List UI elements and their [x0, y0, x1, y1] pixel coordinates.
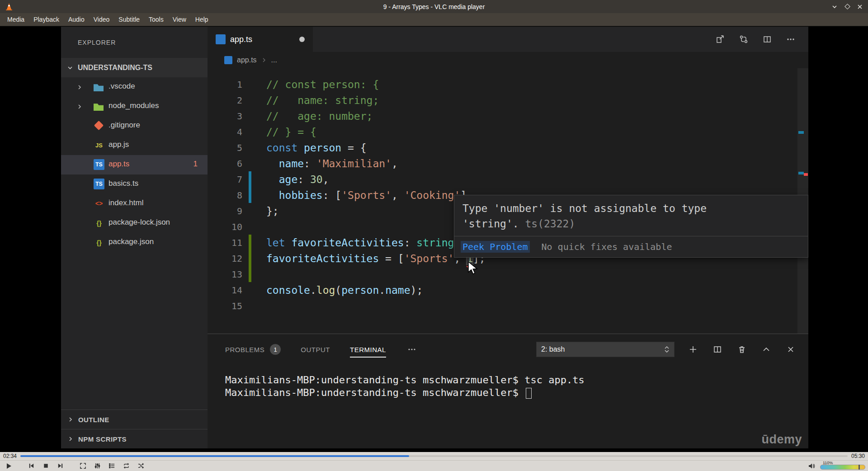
next-button[interactable]	[54, 462, 66, 471]
npm-scripts-section[interactable]: NPM SCRIPTS	[61, 429, 208, 448]
code-line[interactable]: 1// const person: {	[208, 76, 808, 92]
menu-playback[interactable]: Playback	[29, 14, 64, 24]
file-label: app.ts	[108, 160, 129, 169]
play-button[interactable]	[3, 462, 14, 471]
minimize-button[interactable]	[831, 3, 838, 10]
error-count-badge: 1	[193, 160, 198, 169]
line-number: 9	[208, 206, 242, 217]
stop-button[interactable]	[40, 462, 52, 471]
code-line[interactable]: 7 age: 30,	[208, 171, 808, 187]
video-area[interactable]: EXPLORER UNDERSTANDING-TS .vscodenode_mo…	[0, 26, 868, 452]
sidebar-bottom-sections: OUTLINE NPM SCRIPTS	[61, 410, 208, 448]
error-hover-tooltip: Type 'number' is not assignable to type …	[454, 195, 808, 258]
typescript-file-icon	[216, 34, 226, 44]
file-index.html[interactable]: index.html	[61, 194, 208, 213]
file-basics.ts[interactable]: basics.ts	[61, 174, 208, 194]
ts-icon	[94, 179, 104, 189]
more-actions-icon[interactable]	[785, 35, 797, 44]
title-bar[interactable]: 9 - Arrays Types - VLC media player	[0, 0, 868, 13]
quick-fix-status: No quick fixes available	[542, 241, 672, 252]
tab-label: app.ts	[230, 35, 252, 44]
peek-problem-link[interactable]: Peek Problem	[461, 241, 530, 253]
git-compare-icon[interactable]	[738, 35, 750, 44]
split-editor-icon[interactable]	[761, 35, 773, 44]
file-node_modules[interactable]: node_modules	[61, 97, 208, 116]
outline-section[interactable]: OUTLINE	[61, 410, 208, 429]
breadcrumb[interactable]: app.ts ...	[208, 52, 808, 68]
terminal-shell-select[interactable]: 2: bash	[536, 342, 675, 357]
close-button[interactable]	[856, 3, 863, 10]
project-root-folder[interactable]: UNDERSTANDING-TS	[61, 58, 208, 77]
menu-view[interactable]: View	[168, 14, 191, 24]
code-line[interactable]: 4// } = {	[208, 124, 808, 140]
file-app.js[interactable]: app.js	[61, 136, 208, 155]
file-app.ts[interactable]: app.ts1	[61, 155, 208, 174]
chevron-down-icon	[67, 65, 73, 71]
file-label: node_modules	[108, 101, 159, 110]
panel-more-icon[interactable]	[406, 345, 418, 354]
terminal-output[interactable]: Maximilians-MBP:understanding-ts mschwar…	[208, 365, 808, 399]
gutter	[249, 298, 251, 314]
tab-app-ts[interactable]: app.ts	[208, 27, 313, 52]
player-controls: 110%	[0, 460, 868, 471]
open-changes-icon[interactable]	[714, 35, 726, 44]
code-text: // } = {	[251, 126, 316, 138]
menu-bar: MediaPlaybackAudioVideoSubtitleToolsView…	[0, 13, 868, 26]
kill-terminal-icon[interactable]	[736, 345, 748, 354]
file-.gitignore[interactable]: .gitignore	[61, 116, 208, 136]
new-terminal-icon[interactable]	[687, 345, 699, 354]
menu-help[interactable]: Help	[191, 14, 213, 24]
panel-tabs-group: PROBLEMS1OUTPUTTERMINAL	[225, 344, 386, 355]
extended-settings-button[interactable]	[91, 462, 103, 471]
line-number: 15	[208, 301, 242, 311]
line-number: 1	[208, 79, 242, 90]
menu-tools[interactable]: Tools	[144, 14, 168, 24]
playlist-button[interactable]	[106, 462, 118, 471]
menu-video[interactable]: Video	[89, 14, 114, 24]
maximize-button[interactable]	[844, 3, 851, 10]
loop-button[interactable]	[120, 462, 132, 471]
shell-select-value: 2: bash	[541, 345, 565, 353]
close-panel-icon[interactable]	[785, 345, 797, 354]
modified-indicator-icon[interactable]	[299, 37, 305, 42]
breadcrumb-file[interactable]: app.ts	[237, 56, 257, 64]
maximize-panel-icon[interactable]	[760, 345, 772, 354]
menu-audio[interactable]: Audio	[64, 14, 89, 24]
ts-icon	[94, 159, 104, 170]
code-text: let favoriteActivities: string	[251, 237, 454, 249]
code-line[interactable]: 5const person = {	[208, 140, 808, 155]
previous-button[interactable]	[25, 462, 37, 471]
speaker-icon[interactable]	[806, 462, 817, 471]
code-line[interactable]: 2// name: string;	[208, 92, 808, 108]
menu-subtitle[interactable]: Subtitle	[114, 14, 144, 24]
line-number: 3	[208, 111, 242, 122]
chevron-right-icon	[76, 84, 83, 93]
js-icon	[94, 140, 104, 151]
code-line[interactable]: 3// age: number;	[208, 108, 808, 124]
bottom-panel: PROBLEMS1OUTPUTTERMINAL 2: bash	[208, 334, 808, 448]
file-label: index.html	[108, 198, 143, 207]
window-title: 9 - Arrays Types - VLC media player	[0, 3, 868, 10]
code-line[interactable]: 6 name: 'Maximilian',	[208, 155, 808, 171]
fullscreen-button[interactable]	[77, 462, 89, 471]
line-number: 5	[208, 142, 242, 153]
panel-tab-output[interactable]: OUTPUT	[301, 346, 330, 353]
menu-media[interactable]: Media	[3, 14, 29, 24]
file-package-lock.json[interactable]: package-lock.json	[61, 213, 208, 233]
split-terminal-icon[interactable]	[712, 345, 723, 354]
code-line[interactable]: 14console.log(person.name);	[208, 282, 808, 298]
panel-tab-terminal[interactable]: TERMINAL	[350, 346, 386, 353]
breadcrumb-rest[interactable]: ...	[271, 56, 277, 64]
udemy-watermark: ūdemy	[761, 433, 802, 447]
code-line[interactable]: 15	[208, 298, 808, 314]
volume-slider[interactable]	[820, 465, 865, 470]
file-tree: .vscodenode_modules.gitignoreapp.jsapp.t…	[61, 77, 208, 252]
volume-knob[interactable]	[859, 465, 860, 470]
panel-tab-problems[interactable]: PROBLEMS1	[225, 344, 281, 355]
code-line[interactable]: 13	[208, 266, 808, 282]
random-button[interactable]	[135, 462, 146, 471]
terminal-line: Maximilians-MBP:understanding-ts mschwar…	[225, 386, 808, 399]
seek-bar[interactable]	[20, 455, 848, 457]
file-package.json[interactable]: package.json	[61, 233, 208, 252]
file-.vscode[interactable]: .vscode	[61, 77, 208, 97]
